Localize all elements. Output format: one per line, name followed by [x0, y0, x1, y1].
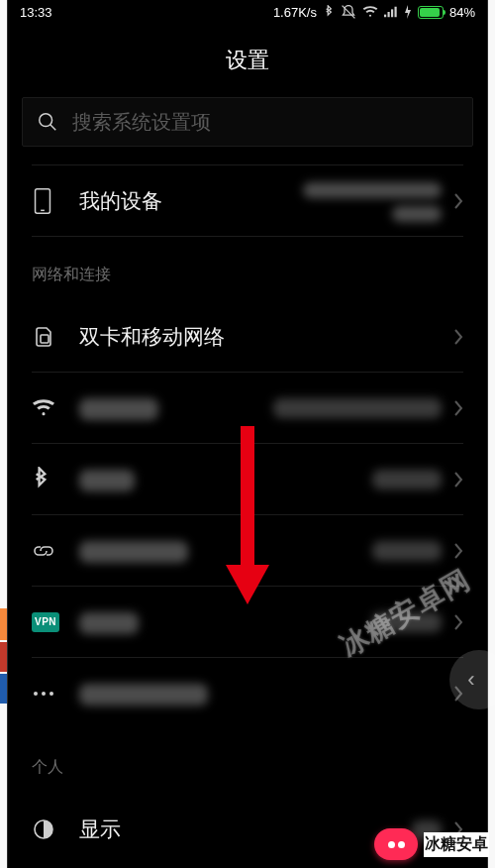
- chevron-right-icon: [453, 613, 463, 631]
- svg-line-5: [50, 125, 56, 131]
- status-bar: 13:33 1.67K/s 84%: [8, 0, 487, 24]
- search-icon: [37, 111, 58, 133]
- value-my-device-hidden: [303, 179, 442, 222]
- section-header-personal: 个人: [32, 729, 463, 794]
- svg-rect-0: [384, 15, 386, 18]
- wifi-icon: [362, 6, 378, 18]
- section-header-network: 网络和连接: [32, 237, 463, 301]
- item-my-device[interactable]: 我的设备: [32, 165, 463, 237]
- value-wlan-hidden: [273, 397, 442, 418]
- chevron-right-icon: [453, 399, 463, 417]
- vpn-icon: VPN: [32, 612, 59, 632]
- label-more-hidden: [79, 682, 453, 705]
- phone-icon: [32, 187, 53, 215]
- label-vpn-hidden: [79, 609, 372, 633]
- dnd-icon: [341, 4, 356, 20]
- svg-point-9: [34, 692, 38, 696]
- svg-point-4: [40, 114, 52, 127]
- status-netspeed: 1.67K/s: [273, 5, 317, 20]
- svg-rect-6: [36, 188, 50, 212]
- item-dual-sim[interactable]: 双卡和移动网络: [32, 301, 463, 373]
- page-title: 设置: [8, 46, 487, 75]
- status-battery-pct: 84%: [449, 5, 475, 20]
- label-my-device: 我的设备: [79, 187, 303, 215]
- chevron-right-icon: [453, 542, 463, 560]
- wifi-icon: [32, 398, 55, 418]
- watermark-logo-text: 冰糖安卓: [424, 832, 489, 857]
- item-more-connections[interactable]: [32, 658, 463, 729]
- value-bluetooth-hidden: [372, 469, 442, 489]
- chevron-right-icon: [453, 471, 463, 488]
- battery-icon: [418, 6, 444, 19]
- svg-rect-2: [391, 9, 393, 17]
- svg-rect-8: [41, 335, 49, 343]
- annotation-arrow-down: [233, 426, 262, 604]
- svg-rect-3: [394, 7, 396, 18]
- watermark-logo-icon: [374, 828, 418, 860]
- sim-icon: [32, 325, 55, 349]
- signal-icon: [384, 6, 398, 18]
- bluetooth-icon: [323, 5, 335, 19]
- chevron-right-icon: [453, 328, 463, 346]
- brightness-icon: [32, 817, 55, 841]
- bluetooth-icon: [32, 467, 50, 492]
- label-wlan-hidden: [79, 395, 273, 419]
- more-icon: [32, 690, 55, 698]
- search-input[interactable]: [72, 111, 458, 134]
- label-bluetooth-hidden: [79, 467, 372, 490]
- svg-point-11: [50, 692, 53, 696]
- status-right-cluster: 1.67K/s 84%: [273, 4, 475, 20]
- svg-rect-1: [387, 12, 389, 17]
- watermark-logo: 冰糖安卓: [374, 828, 489, 860]
- value-hotspot-hidden: [372, 540, 442, 561]
- label-display: 显示: [79, 815, 412, 843]
- charging-icon: [404, 5, 412, 19]
- search-box[interactable]: [22, 97, 473, 147]
- link-icon: [32, 541, 55, 561]
- label-hotspot-hidden: [79, 538, 372, 562]
- status-time: 13:33: [20, 5, 52, 20]
- label-dual-sim: 双卡和移动网络: [79, 323, 453, 351]
- chevron-right-icon: [453, 192, 463, 210]
- svg-point-10: [42, 692, 46, 696]
